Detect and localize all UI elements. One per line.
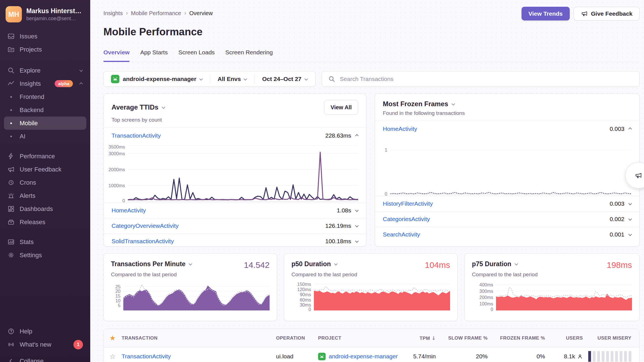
p50-value: 104ms: [425, 260, 450, 270]
page-title: Mobile Performance: [103, 26, 640, 38]
frozen-row: SearchActivity 0.001: [375, 227, 639, 242]
col-user-misery[interactable]: USER MISERY: [583, 335, 639, 341]
bullet-icon: •: [7, 106, 15, 114]
sidebar-item-alerts[interactable]: Alerts: [4, 189, 86, 202]
sidebar-item-label: Explore: [20, 67, 75, 74]
bar-chart-icon: [7, 238, 15, 246]
transaction-link[interactable]: HomeActivity: [383, 126, 610, 132]
chevron-down-icon[interactable]: [628, 232, 632, 236]
tpm-subtitle: Compared to the last period: [111, 272, 270, 278]
average-ttids-title[interactable]: Average TTIDs: [112, 103, 165, 111]
sidebar-item-dashboards[interactable]: Dashboards: [4, 202, 86, 215]
sidebar-item-insights[interactable]: Insights alpha: [4, 77, 86, 90]
user-icon: [577, 354, 583, 359]
view-trends-label: View Trends: [529, 10, 563, 17]
col-slow-frame[interactable]: SLOW FRAME %: [436, 335, 488, 341]
star-outline-icon[interactable]: ☆: [104, 352, 122, 361]
p50-chart-y-axis: 150ms120ms90ms60ms30ms0: [291, 282, 314, 311]
tab-app-starts[interactable]: App Starts: [140, 49, 168, 62]
tab-screen-rendering[interactable]: Screen Rendering: [225, 49, 273, 62]
tpm-title[interactable]: Transactions Per Minute: [111, 260, 192, 268]
sidebar-item-label: Alerts: [20, 192, 83, 199]
breadcrumb-mobile-performance[interactable]: Mobile Performance: [131, 10, 181, 17]
sidebar-item-label: Backend: [20, 106, 83, 114]
chevron-down-icon[interactable]: [355, 239, 359, 243]
col-transaction[interactable]: TRANSACTION: [122, 335, 276, 341]
chevron-down-icon[interactable]: [355, 224, 359, 227]
transaction-link[interactable]: TransactionActivity: [122, 353, 171, 359]
slow-frame-cell: 20%: [436, 353, 488, 360]
user-menu[interactable]: MH Markus Hinterst… benjamin.coe@sent…: [0, 0, 90, 27]
tab-screen-loads[interactable]: Screen Loads: [178, 49, 215, 62]
most-frozen-frames-title[interactable]: Most Frozen Frames: [383, 100, 455, 108]
ttids-chart-y-axis: 3500ms3000ms2000ms1000ms0: [105, 144, 128, 202]
date-range-selector[interactable]: Oct 24–Oct 27: [255, 71, 315, 87]
p50-subtitle: Compared to the last period: [291, 272, 450, 278]
sidebar-item-help[interactable]: Help: [4, 325, 86, 338]
col-operation[interactable]: OPERATION: [276, 335, 318, 341]
project-selector[interactable]: android-expense-manager: [104, 71, 210, 87]
sidebar-item-whats-new[interactable]: What's new 1: [4, 338, 86, 351]
sidebar-item-explore[interactable]: Explore: [4, 64, 86, 77]
bullet-icon: •: [7, 133, 15, 140]
transaction-link[interactable]: TransactionActivity: [112, 132, 325, 139]
sidebar-item-user-feedback[interactable]: User Feedback: [4, 163, 86, 176]
environment-selector[interactable]: All Envs: [210, 71, 255, 87]
sidebar-item-backend[interactable]: • Backend: [4, 103, 86, 117]
star-icon[interactable]: ★: [104, 334, 122, 342]
sidebar-item-issues[interactable]: Issues: [4, 30, 86, 43]
transaction-link[interactable]: HomeActivity: [112, 207, 337, 214]
col-project[interactable]: PROJECT: [318, 335, 399, 341]
chevron-down-icon[interactable]: [628, 217, 632, 221]
sidebar-item-label: AI: [20, 133, 83, 140]
col-users[interactable]: USERS: [545, 335, 583, 341]
frozen-chart-y-axis: 10: [377, 138, 390, 195]
ttids-chart-plot: [128, 144, 358, 202]
most-frozen-frames-subtitle: Found in the following transactions: [383, 110, 631, 116]
project-link[interactable]: android-expense-manager: [329, 353, 398, 360]
col-frozen-frame[interactable]: FROZEN FRAME %: [488, 335, 545, 341]
view-trends-button[interactable]: View Trends: [522, 7, 570, 20]
transaction-link[interactable]: CategoriesActivity: [383, 216, 610, 222]
p50-chart: 150ms120ms90ms60ms30ms0: [291, 282, 450, 311]
breadcrumb-insights[interactable]: Insights: [103, 10, 123, 17]
give-feedback-button[interactable]: Give Feedback: [574, 7, 640, 20]
avatar: MH: [6, 6, 22, 22]
sidebar-item-stats[interactable]: Stats: [4, 235, 86, 249]
transaction-link[interactable]: SearchActivity: [383, 231, 610, 238]
transaction-link[interactable]: SolidTransactionActivity: [112, 238, 325, 245]
chevron-down-icon[interactable]: [355, 208, 359, 212]
sidebar-item-crons[interactable]: Crons: [4, 176, 86, 189]
tab-overview[interactable]: Overview: [103, 49, 129, 62]
sidebar-item-ai[interactable]: • AI: [4, 130, 86, 143]
p75-title[interactable]: p75 Duration: [472, 260, 518, 268]
sidebar-item-performance[interactable]: Performance: [4, 150, 86, 163]
chevron-down-icon: [244, 77, 247, 80]
chevron-up-icon[interactable]: [628, 127, 632, 131]
p50-title[interactable]: p50 Duration: [291, 260, 338, 268]
search-transactions-input[interactable]: [339, 75, 633, 83]
chevron-down-icon[interactable]: [628, 201, 632, 205]
sidebar-item-frontend[interactable]: • Frontend: [4, 90, 86, 103]
chevron-up-icon[interactable]: [355, 134, 359, 138]
p75-chart-plot: [496, 282, 632, 311]
notification-badge: 1: [73, 340, 83, 349]
sidebar-collapse-button[interactable]: Collapse: [4, 354, 86, 362]
col-tpm[interactable]: TPM ↓: [399, 335, 436, 341]
view-all-button[interactable]: View All: [324, 100, 358, 115]
sidebar-item-projects[interactable]: Projects: [4, 43, 86, 56]
issues-icon: [7, 33, 15, 40]
chevron-down-icon: [515, 262, 518, 266]
transaction-link[interactable]: HistoryFilterActivity: [383, 200, 610, 207]
sort-descending-icon: ↓: [432, 335, 436, 341]
sidebar-item-mobile[interactable]: • Mobile: [4, 117, 86, 130]
transactions-table: ★ TRANSACTION OPERATION PROJECT TPM ↓ SL…: [103, 329, 640, 362]
sidebar-item-settings[interactable]: Settings: [4, 249, 86, 262]
sidebar-item-releases[interactable]: Releases: [4, 215, 86, 229]
sidebar-item-label: Stats: [20, 238, 83, 246]
user-name: Markus Hinterst…: [26, 7, 82, 15]
chevron-down-icon: [452, 102, 455, 105]
main-content: Insights › Mobile Performance › Overview…: [90, 0, 644, 362]
ttids-row: HomeActivity 1.08s: [104, 203, 366, 218]
transaction-link[interactable]: CategoryOverviewActivity: [112, 222, 325, 229]
